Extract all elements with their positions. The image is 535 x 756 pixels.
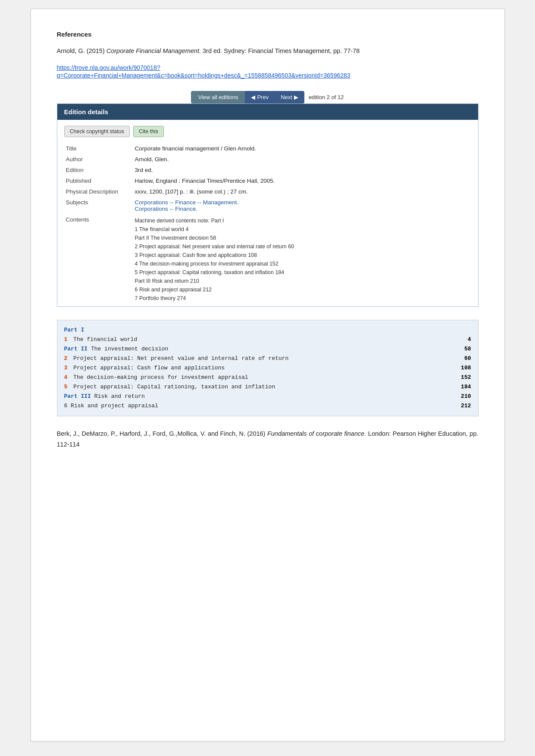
trove-link-block: https://trove.nla.gov.au/work/9070018? q… [57,64,479,79]
toc-line-4: 4 The decision-making process for invest… [64,373,471,382]
ref1-italic: Corporate Financial Management. [106,47,201,54]
toc-image-block: Part I 1 The financial world 4 Part II T… [57,320,479,417]
next-edition-button[interactable]: Next ▶ [275,91,304,103]
detail-row-title: Title Corporate financial management / G… [64,143,471,154]
toc-line-part3: Part III Risk and return 210 [64,392,471,401]
toc-ch6-page: 212 [461,401,471,411]
toc-part3-label: Part III Risk and return [64,392,145,401]
prev-label: Prev [257,94,269,100]
trove-link-1[interactable]: https://trove.nla.gov.au/work/9070018? [57,64,479,71]
value-edition: 3rd ed. [133,165,471,175]
toc-ch1-page: 4 [468,335,471,344]
toc-ch4-page: 152 [461,373,471,382]
edition-actions: Check copyright status Cite this [64,126,471,137]
toc-ch5-page: 184 [461,382,471,392]
edition-details-header: Edition details [57,104,478,120]
toc-line-1: 1 The financial world 4 [64,335,471,344]
edition-details-box: Edition details Check copyright status C… [57,103,479,307]
label-subjects: Subjects [64,197,133,214]
next-arrow-icon: ▶ [294,94,298,100]
cite-this-button[interactable]: Cite this [133,126,164,137]
toc-part1-label: Part I [64,325,84,335]
toc-line-5: 5 Project appraisal: Capital rationing, … [64,382,471,392]
detail-row-edition: Edition 3rd ed. [64,165,471,175]
subject-link-1[interactable]: Corporations -- Finance -- Management. [135,199,239,206]
subject-link-2[interactable]: Corporations -- Finance. [135,206,198,212]
toc-ch2-page: 60 [464,354,471,363]
value-contents: Machine derived contents note: Part I 1 … [133,214,471,305]
trove-link-2[interactable]: q=Corporate+Financial+Management&c=book&… [57,72,479,79]
toc-line-3: 3 Project appraisal: Cash flow and appli… [64,363,471,373]
next-label: Next [281,94,292,100]
value-subjects: Corporations -- Finance -- Management. C… [133,197,471,214]
toc-line-part1: Part I [64,325,471,335]
ref2-before-italic: Berk, J., DeMarzo, P., Harford, J., Ford… [57,430,267,437]
value-title: Corporate financial management / Glen Ar… [133,143,471,154]
page-container: References Arnold, G. (2015) Corporate F… [31,9,505,741]
edition-nav: View all editions ◀ Prev Next ▶ edition … [57,91,479,103]
reference-1: Arnold, G. (2015) Corporate Financial Ma… [57,46,479,56]
label-published: Published [64,175,133,186]
edition-count: edition 2 of 12 [309,94,344,100]
label-author: Author [64,154,133,165]
label-edition: Edition [64,165,133,175]
toc-ch4: 4 The decision-making process for invest… [64,373,248,382]
toc-ch2: 2 Project appraisal: Net present value a… [64,354,289,363]
toc-part2-page: 58 [464,344,471,354]
view-all-editions-button[interactable]: View all editions [191,91,245,103]
toc-ch6: 6 Risk and project appraisal [64,401,158,411]
label-contents: Contents [64,214,133,305]
toc-line-6: 6 Risk and project appraisal 212 [64,401,471,411]
toc-ch5: 5 Project appraisal: Capital rationing, … [64,382,275,392]
contents-list: Machine derived contents note: Part I 1 … [135,216,469,303]
value-published: Harlow, England : Financial Times/Prenti… [133,175,471,186]
toc-ch1: 1 The financial world [64,335,138,344]
edition-detail-table: Title Corporate financial management / G… [64,143,471,305]
detail-row-physical: Physical Description xxxv, 1200, [107] p… [64,186,471,197]
ref1-after: 3rd ed. Sydney: Financial Times Manageme… [201,47,360,54]
label-physical: Physical Description [64,186,133,197]
toc-ch3-page: 108 [461,363,471,373]
reference-2: Berk, J., DeMarzo, P., Harford, J., Ford… [57,428,479,450]
value-physical: xxxv, 1200, [107] p. : ill. (some col.) … [133,186,471,197]
prev-arrow-icon: ◀ [251,94,255,100]
references-heading: References [57,31,479,38]
toc-line-part2: Part II The investment decision 58 [64,344,471,354]
toc-line-2: 2 Project appraisal: Net present value a… [64,354,471,363]
detail-row-published: Published Harlow, England : Financial Ti… [64,175,471,186]
check-copyright-button[interactable]: Check copyright status [64,126,130,137]
toc-part2-label: Part II The investment decision [64,344,169,354]
prev-edition-button[interactable]: ◀ Prev [245,91,275,103]
ref1-before-italic: Arnold, G. (2015) [57,47,106,54]
value-author: Arnold, Glen. [133,154,471,165]
detail-row-author: Author Arnold, Glen. [64,154,471,165]
detail-row-contents: Contents Machine derived contents note: … [64,214,471,305]
ref2-italic: Fundamentals of corporate finance [267,430,364,437]
label-title: Title [64,143,133,154]
toc-ch3: 3 Project appraisal: Cash flow and appli… [64,363,225,373]
detail-row-subjects: Subjects Corporations -- Finance -- Mana… [64,197,471,214]
edition-details-body: Check copyright status Cite this Title C… [57,120,478,306]
toc-part3-page: 210 [461,392,471,401]
